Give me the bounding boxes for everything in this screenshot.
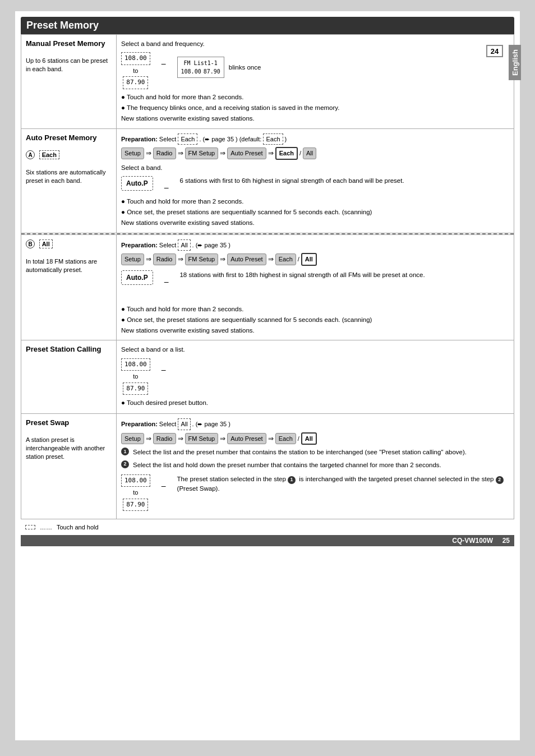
auto-b-freq-row: Auto.P – 18 stations with first to 18th … bbox=[121, 270, 509, 288]
auto-b-dash: – bbox=[159, 276, 174, 288]
manual-freq-stack: 108.00 to 87.90 bbox=[121, 52, 150, 89]
swap-slash: / bbox=[298, 434, 299, 444]
auto-a-arrow4: ⇒ bbox=[268, 148, 274, 158]
auto-b-all-btn[interactable]: All bbox=[301, 253, 317, 266]
auto-b-slash: / bbox=[298, 255, 299, 264]
auto-b-each-btn[interactable]: Each bbox=[275, 253, 296, 265]
swap-dash: – bbox=[156, 480, 172, 492]
manual-preset-title: Manual Preset Memory bbox=[26, 39, 105, 48]
auto-a-nav-line: Setup ⇒ Radio ⇒ FM Setup ⇒ Auto Preset ⇒… bbox=[121, 147, 509, 160]
auto-a-prep-select: Select bbox=[159, 135, 177, 144]
manual-preset-content: Select a band and frequency. 108.00 to 8… bbox=[117, 35, 514, 129]
manual-fm-freq-bot: 87.90 bbox=[204, 67, 220, 76]
auto-preset-a-content: Preparation: Select Each . (➨ page 35 ) … bbox=[117, 128, 514, 233]
bottom-page: 25 bbox=[502, 537, 510, 545]
auto-a-freq-row: Auto.P – 6 stations with first to 6th hi… bbox=[121, 176, 509, 193]
swap-freq-top: 108.00 bbox=[121, 474, 150, 487]
swap-to: to bbox=[133, 488, 138, 497]
footer-dots: …… bbox=[40, 524, 52, 531]
auto-a-arrow2: ⇒ bbox=[178, 148, 183, 158]
auto-b-arrow3: ⇒ bbox=[220, 254, 225, 264]
auto-a-page: page 35 bbox=[211, 135, 234, 144]
auto-a-auto-preset[interactable]: Auto Preset bbox=[227, 147, 266, 159]
auto-a-all-btn[interactable]: All bbox=[303, 147, 316, 159]
preset-station-calling-label-cell: Preset Station Calling bbox=[21, 340, 117, 414]
auto-b-prep-line: Preparation: Select All . (➨ page 35 ) bbox=[121, 239, 509, 251]
auto-b-all-box: All bbox=[178, 239, 190, 251]
auto-a-autop[interactable]: Auto.P bbox=[121, 176, 153, 191]
preset-station-calling-title: Preset Station Calling bbox=[26, 345, 101, 353]
swap-arrow3: ⇒ bbox=[220, 434, 225, 444]
swap-step2: 2 Select the list and hold down the pres… bbox=[121, 460, 509, 470]
swap-step1: 1 Select the list and the preset number … bbox=[121, 448, 509, 457]
auto-a-bullet3: New stations overwrite existing saved st… bbox=[121, 218, 509, 228]
bottom-model: CQ-VW100W bbox=[452, 537, 493, 545]
auto-b-bullet1: ● Touch and hold for more than 2 seconds… bbox=[121, 305, 509, 314]
all-label-b: All bbox=[39, 239, 53, 248]
page-title: Preset Memory bbox=[21, 17, 514, 34]
swap-all-btn[interactable]: All bbox=[301, 432, 317, 445]
manual-fm-list-area: FM List1-1 108.00 87.90 blinks once bbox=[177, 57, 261, 78]
manual-blink-row: FM List1-1 108.00 87.90 blinks once bbox=[177, 57, 261, 78]
manual-preset-label-cell: Manual Preset Memory Up to 6 stations ca… bbox=[21, 35, 117, 129]
auto-b-fm-setup[interactable]: FM Setup bbox=[185, 253, 219, 265]
preset-swap-row: Preset Swap A station preset is intercha… bbox=[21, 414, 514, 519]
auto-a-bullet2: ● Once set, the preset stations are sequ… bbox=[121, 208, 509, 217]
auto-a-default-end: ) bbox=[285, 135, 287, 144]
swap-result-end: (Preset Swap). bbox=[177, 485, 220, 492]
swap-paren: ) bbox=[228, 420, 230, 429]
auto-a-each-btn[interactable]: Each bbox=[275, 147, 298, 160]
swap-radio[interactable]: Radio bbox=[153, 433, 176, 445]
manual-preset-row: Manual Preset Memory Up to 6 stations ca… bbox=[21, 35, 514, 129]
auto-b-autop[interactable]: Auto.P bbox=[121, 270, 153, 285]
auto-preset-a-title: Auto Preset Memory bbox=[26, 133, 96, 142]
auto-a-radio[interactable]: Radio bbox=[153, 147, 176, 159]
auto-b-arrow2: ⇒ bbox=[178, 254, 183, 264]
swap-setup[interactable]: Setup bbox=[121, 433, 144, 445]
auto-a-fm-setup[interactable]: FM Setup bbox=[185, 147, 219, 159]
auto-a-prep-text: Preparation: bbox=[121, 135, 158, 144]
manual-bullet3: New stations overwrite existing saved st… bbox=[121, 114, 509, 123]
manual-to: to bbox=[133, 66, 138, 76]
preset-swap-title: Preset Swap bbox=[26, 418, 69, 427]
swap-freq-bot: 87.90 bbox=[123, 499, 148, 511]
auto-a-setup[interactable]: Setup bbox=[121, 147, 144, 159]
swap-arrow1: ⇒ bbox=[146, 434, 151, 444]
swap-arrow2: ⇒ bbox=[178, 434, 183, 444]
auto-a-bullet1: ● Touch and hold for more than 2 seconds… bbox=[121, 197, 509, 206]
psc-dash: – bbox=[156, 364, 172, 376]
swap-arrow: . (➨ bbox=[192, 420, 203, 429]
psc-to: to bbox=[133, 372, 138, 381]
swap-prep-text: Preparation: bbox=[121, 420, 158, 429]
psc-freq-row: 108.00 to 87.90 – bbox=[121, 358, 509, 395]
swap-auto-preset[interactable]: Auto Preset bbox=[227, 433, 266, 445]
manual-select-text: Select a band and frequency. bbox=[121, 39, 509, 49]
manual-fm-list-box: FM List1-1 108.00 87.90 bbox=[177, 57, 224, 78]
auto-preset-a-label-cell: Auto Preset Memory A Each Six stations a… bbox=[21, 128, 117, 233]
preset-swap-label-cell: Preset Swap A station preset is intercha… bbox=[21, 414, 117, 519]
auto-b-auto-preset[interactable]: Auto Preset bbox=[227, 253, 266, 265]
auto-b-prep-text: Preparation: bbox=[121, 241, 158, 250]
auto-preset-a-sub: Six stations are automatically preset in… bbox=[26, 169, 105, 184]
footer: …… Touch and hold bbox=[21, 519, 514, 535]
auto-a-arrow3: ⇒ bbox=[220, 148, 225, 158]
preset-station-calling-content: Select a band or a list. 108.00 to 87.90… bbox=[117, 340, 514, 414]
auto-b-bullet3: New stations overwrite existing saved st… bbox=[121, 326, 509, 335]
footer-dashed-box bbox=[25, 525, 35, 529]
auto-a-prep-arrow: . (➨ bbox=[199, 135, 210, 144]
content-table: Manual Preset Memory Up to 6 stations ca… bbox=[21, 34, 514, 519]
swap-result-text: The preset station selected in the step bbox=[177, 476, 286, 482]
psc-freq-stack: 108.00 to 87.90 bbox=[121, 358, 150, 395]
manual-bullet2: ● The frequency blinks once, and a recei… bbox=[121, 103, 509, 113]
auto-a-default-each: Each bbox=[263, 133, 283, 145]
swap-arrow4: ⇒ bbox=[268, 434, 274, 444]
manual-freq-row: 108.00 to 87.90 – FM List1-1 108.00 bbox=[121, 52, 509, 89]
auto-b-radio[interactable]: Radio bbox=[153, 253, 176, 265]
manual-fm-freq-top: 108.00 bbox=[181, 67, 201, 76]
swap-fm-setup[interactable]: FM Setup bbox=[185, 433, 219, 445]
auto-b-setup[interactable]: Setup bbox=[121, 253, 144, 265]
manual-freq-bot: 87.90 bbox=[123, 76, 148, 89]
swap-each-btn[interactable]: Each bbox=[275, 433, 296, 445]
circle-b: B bbox=[26, 239, 35, 248]
swap-step1-text: Select the list and the preset number th… bbox=[133, 448, 467, 457]
